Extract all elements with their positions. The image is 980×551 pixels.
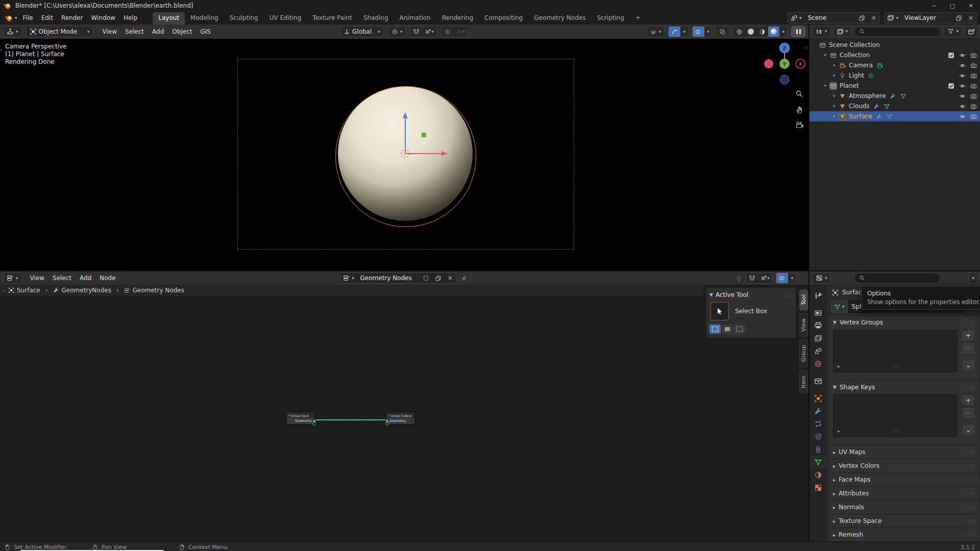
- workspace-tab-geometry-nodes[interactable]: Geometry Nodes: [528, 12, 591, 24]
- list-grip[interactable]: ::::: [892, 428, 900, 434]
- properties-options-dropdown[interactable]: ▾: [968, 272, 978, 284]
- properties-tab-physics[interactable]: [810, 430, 827, 443]
- breadcrumb-item-surface[interactable]: Surface: [8, 287, 40, 294]
- pan-view-hand-icon[interactable]: [795, 106, 803, 114]
- extend-socket[interactable]: [385, 422, 389, 425]
- shading-dropdown[interactable]: ▾: [779, 27, 787, 37]
- node-menu-node[interactable]: Node: [95, 273, 119, 283]
- panel-grip[interactable]: ::::: [967, 449, 975, 455]
- properties-tab-scene[interactable]: [810, 344, 827, 357]
- disable-in-renders-icon[interactable]: [970, 52, 977, 59]
- collapse-panel-icon[interactable]: ▼: [833, 385, 837, 390]
- group-input-node[interactable]: ▾Group Input Geometry: [286, 412, 315, 424]
- properties-tab-output[interactable]: [810, 319, 827, 332]
- workspace-tab-uv-editing[interactable]: UV Editing: [264, 12, 307, 24]
- panel-normals[interactable]: ▸Normals::::: [829, 501, 979, 513]
- new-scene-button[interactable]: [856, 13, 868, 23]
- sidebar-tab-tool[interactable]: Tool: [799, 289, 808, 310]
- hide-in-viewport-icon[interactable]: [959, 93, 966, 99]
- hide-in-viewport-icon[interactable]: [959, 83, 966, 89]
- maximize-button[interactable]: ▢: [943, 0, 962, 11]
- panel-header-vertex-groups[interactable]: ▼Vertex Groups::::: [829, 316, 979, 329]
- disable-in-renders-icon[interactable]: [970, 113, 977, 120]
- select-mode-subtract[interactable]: [734, 324, 745, 334]
- expand-icon[interactable]: [831, 104, 838, 109]
- node-menu-add[interactable]: Add: [76, 273, 95, 283]
- zoom-view-icon[interactable]: [795, 90, 803, 98]
- expand-icon[interactable]: [831, 63, 838, 68]
- panel-remesh[interactable]: ▸Remesh::::: [829, 529, 979, 541]
- properties-tab-tool[interactable]: [810, 289, 827, 302]
- expand-panel-icon[interactable]: ▸: [833, 477, 836, 483]
- node-group-selector[interactable]: ▾ Geometry Nodes: [340, 272, 456, 284]
- outliner-row-surface[interactable]: Surface: [810, 111, 980, 121]
- workspace-tab-texture-paint[interactable]: Texture Paint: [307, 12, 357, 24]
- properties-tab-object[interactable]: [810, 392, 827, 405]
- node-snap-toggle[interactable]: [746, 273, 758, 283]
- outliner-row-light[interactable]: Light: [810, 70, 980, 81]
- panel-grip[interactable]: ::::: [967, 491, 975, 496]
- workspace-tab-sculpting[interactable]: Sculpting: [224, 12, 264, 24]
- transform-orientation-dropdown[interactable]: Global ▾: [340, 26, 384, 37]
- expand-panel-icon[interactable]: ▸: [833, 491, 836, 496]
- copy-node-group-button[interactable]: [432, 273, 444, 283]
- panel-grip[interactable]: ::::: [967, 385, 975, 390]
- viewport-menu-add[interactable]: Add: [148, 27, 168, 36]
- properties-tab-particles[interactable]: [810, 417, 827, 430]
- shape-keys-specials-dropdown[interactable]: ⌄: [962, 424, 975, 436]
- breadcrumb-item-geometrynodes[interactable]: GeometryNodes: [53, 287, 111, 294]
- panel-texture-space[interactable]: ▸Texture Space::::: [829, 515, 979, 527]
- selectability-dropdown[interactable]: ▾: [647, 26, 665, 37]
- disable-in-renders-icon[interactable]: [970, 72, 977, 79]
- falloff-dropdown[interactable]: ▾: [453, 27, 468, 37]
- expand-panel-icon[interactable]: ▸: [833, 532, 836, 538]
- list-expand-icon[interactable]: ▸: [838, 428, 840, 434]
- properties-tab-object-data[interactable]: [810, 456, 827, 468]
- properties-tab-material[interactable]: [810, 468, 827, 481]
- sidebar-tab-view[interactable]: View: [799, 313, 808, 337]
- minimize-button[interactable]: ─: [925, 0, 943, 11]
- scene-browse-button[interactable]: ▾: [788, 13, 804, 23]
- outliner-row-clouds[interactable]: Clouds: [810, 101, 980, 111]
- outliner-row-collection[interactable]: Collection: [810, 50, 980, 60]
- show-gizmo-toggle[interactable]: [669, 27, 680, 37]
- collapse-icon[interactable]: [822, 53, 828, 58]
- outliner-search-input[interactable]: [854, 27, 941, 37]
- properties-tab-view-layer[interactable]: [810, 332, 827, 344]
- panel-header-shape-keys[interactable]: ▼Shape Keys::::: [829, 381, 979, 393]
- select-mode-set[interactable]: [709, 324, 721, 334]
- camera-view-icon[interactable]: [795, 121, 803, 129]
- render-pause-button[interactable]: [791, 26, 805, 37]
- xray-toggle[interactable]: [716, 26, 729, 37]
- close-button[interactable]: ✕: [962, 0, 980, 11]
- shading-solid-button[interactable]: [745, 27, 756, 37]
- shape-keys-list[interactable]: ▸::::: [833, 394, 958, 437]
- expand-panel-icon[interactable]: ▸: [833, 449, 836, 455]
- properties-tab-collection[interactable]: [810, 374, 827, 387]
- node-overlays-dropdown[interactable]: ▾: [788, 273, 796, 283]
- disable-in-renders-icon[interactable]: [970, 103, 977, 110]
- properties-tab-constraints[interactable]: [810, 443, 827, 456]
- viewport-menu-gis[interactable]: GIS: [196, 27, 214, 36]
- viewport-menu-view[interactable]: View: [99, 27, 121, 36]
- panel-grip[interactable]: ::::: [967, 518, 975, 523]
- show-overlays-toggle[interactable]: [693, 27, 704, 37]
- viewlayer-name[interactable]: ViewLayer: [901, 14, 953, 21]
- list-expand-icon[interactable]: ▸: [838, 363, 840, 369]
- remove-shape-keys-button[interactable]: −: [962, 407, 975, 419]
- snap-toggle[interactable]: [410, 27, 422, 37]
- menu-window[interactable]: Window: [87, 13, 119, 22]
- properties-editor-type-button[interactable]: ▾: [812, 272, 831, 284]
- workspace-tab-rendering[interactable]: Rendering: [436, 12, 479, 24]
- properties-search-input[interactable]: [854, 273, 940, 283]
- outliner-row-planet[interactable]: Planet: [810, 81, 980, 91]
- hide-in-viewport-icon[interactable]: [959, 113, 966, 120]
- outliner-row-atmosphere[interactable]: Atmosphere: [810, 91, 980, 101]
- gizmo-dropdown[interactable]: ▾: [680, 27, 688, 37]
- disable-in-renders-icon[interactable]: [970, 93, 977, 99]
- viewport-menu-select[interactable]: Select: [121, 27, 148, 36]
- expand-icon[interactable]: [831, 114, 838, 119]
- workspace-tab-animation[interactable]: Animation: [394, 12, 436, 24]
- workspace-tab-compositing[interactable]: Compositing: [479, 12, 528, 24]
- mode-dropdown[interactable]: Object Mode ▾: [26, 26, 93, 37]
